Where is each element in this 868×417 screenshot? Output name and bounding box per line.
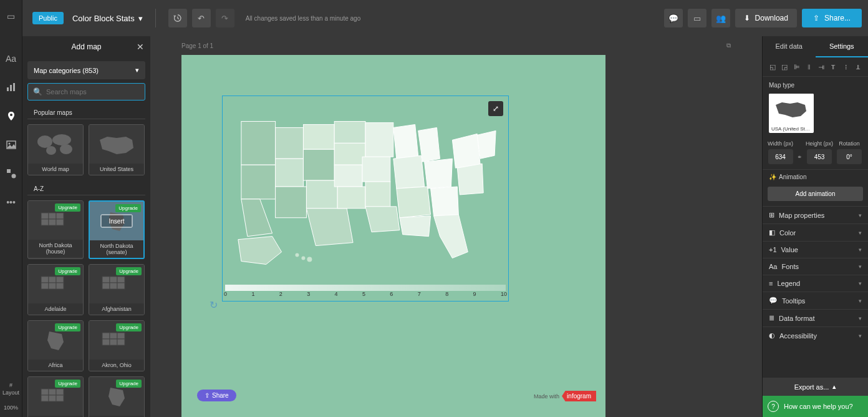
align-bottom-icon[interactable]: ⫫	[853, 61, 863, 72]
align-center-icon[interactable]: ⫴	[804, 61, 814, 72]
panel-tabs: Edit data Settings	[763, 36, 868, 57]
svg-rect-12	[49, 213, 56, 219]
comment-button[interactable]: 💬	[664, 9, 683, 27]
infogram-logo[interactable]: infogram	[562, 391, 596, 401]
svg-rect-55	[365, 182, 390, 207]
alignment-toolbar: ◱ ◲ ⊫ ⫴ ⫣ ⫪ ⫶ ⫫	[763, 57, 868, 77]
svg-rect-38	[41, 395, 49, 401]
bring-forward-icon[interactable]: ◱	[768, 61, 778, 72]
share-icon: ⇪	[813, 14, 819, 22]
page-canvas[interactable]: ⤢	[181, 55, 605, 417]
map-card-adelaide[interactable]: UpgradeAdelaide	[27, 264, 84, 315]
chevron-up-icon: ▴	[832, 383, 836, 391]
help-button[interactable]: ? How can we help you?	[763, 396, 868, 417]
svg-rect-54	[362, 157, 390, 182]
svg-rect-37	[56, 389, 64, 395]
page-share-button[interactable]: ⇪ Share	[197, 390, 236, 401]
align-top-icon[interactable]: ⫪	[829, 61, 839, 72]
tool-rail: ▭ Aa ••• # Layout 100%	[0, 0, 22, 417]
accordion-color[interactable]: ◧Color▾	[763, 223, 868, 241]
svg-rect-36	[49, 389, 56, 395]
rail-more-icon[interactable]: •••	[4, 195, 19, 210]
accordion-data-format[interactable]: ≣Data format▾	[763, 309, 868, 326]
history-button[interactable]	[168, 9, 187, 27]
svg-rect-16	[56, 219, 64, 225]
map-categories-dropdown[interactable]: Map categories (853) ▾	[27, 61, 145, 79]
tab-settings[interactable]: Settings	[816, 36, 869, 57]
made-with-text: Made with	[534, 393, 559, 400]
layout-button[interactable]: # Layout	[2, 382, 19, 396]
collaborators-button[interactable]: 👥	[711, 9, 730, 27]
accordion-accessibility[interactable]: ◐Accessibility▾	[763, 326, 868, 344]
grid-icon: #	[9, 382, 12, 388]
present-button[interactable]: ▭	[688, 9, 706, 27]
svg-rect-27	[110, 283, 117, 289]
refresh-icon[interactable]: ↻	[210, 299, 218, 311]
svg-rect-41	[241, 121, 276, 165]
add-animation-button[interactable]: Add animation	[768, 187, 863, 201]
svg-rect-20	[41, 283, 49, 289]
map-card-united-states[interactable]: United States	[89, 124, 145, 175]
panel-title: Add map	[71, 42, 101, 51]
redo-button[interactable]: ↷	[216, 9, 234, 27]
expand-icon[interactable]: ⤢	[488, 101, 503, 116]
search-maps-field[interactable]: 🔍	[27, 83, 145, 101]
visibility-badge[interactable]: Public	[32, 12, 64, 24]
svg-rect-52	[337, 187, 365, 208]
accordion-fonts[interactable]: AaFonts▾	[763, 258, 868, 275]
svg-rect-18	[49, 277, 56, 283]
rail-inbox-icon[interactable]: ▭	[4, 9, 19, 24]
map-card-africa[interactable]: UpgradeAfrica	[27, 320, 84, 371]
svg-rect-0	[7, 87, 9, 91]
accordion-tooltips[interactable]: 💬Tooltips▾	[763, 292, 868, 309]
rail-chart-icon[interactable]	[4, 80, 19, 95]
tab-edit-data[interactable]: Edit data	[763, 36, 816, 57]
map-card-akron-ohio[interactable]: UpgradeAkron, Ohio	[89, 320, 145, 371]
rail-elements-icon[interactable]	[4, 166, 19, 181]
rail-text-icon[interactable]: Aa	[4, 51, 19, 66]
map-card-item-6[interactable]: Upgrade	[27, 376, 84, 417]
export-button[interactable]: Export as... ▴	[763, 378, 868, 396]
accordion-map-properties[interactable]: ⊞Map properties▾	[763, 206, 868, 223]
link-dimensions-icon[interactable]: ⚭	[797, 154, 802, 164]
map-type-selector[interactable]: USA (United States ...	[769, 94, 814, 133]
svg-rect-23	[102, 277, 110, 283]
map-card-afghanistan[interactable]: UpgradeAfghanistan	[89, 264, 145, 315]
height-input[interactable]	[807, 149, 832, 164]
map-card-north-dakota-senate-[interactable]: UpgradeInsertNorth Dakota (senate)	[89, 200, 145, 259]
accordion-value[interactable]: +1Value▾	[763, 241, 868, 258]
send-backward-icon[interactable]: ◲	[780, 61, 790, 72]
map-card-item-7[interactable]: Upgrade	[89, 376, 145, 417]
rail-map-icon[interactable]	[4, 109, 19, 124]
project-name-dropdown[interactable]: Color Block Stats ▾	[72, 14, 143, 23]
map-element[interactable]: ⤢	[222, 96, 509, 302]
align-right-icon[interactable]: ⫣	[817, 61, 827, 72]
share-pill-icon: ⇪	[205, 392, 210, 399]
close-icon[interactable]: ✕	[137, 42, 144, 52]
map-card-world-map[interactable]: World map	[27, 124, 84, 175]
download-button[interactable]: ⬇ Download	[735, 9, 797, 27]
rotation-label: Rotation	[839, 140, 860, 147]
svg-rect-35	[41, 389, 49, 395]
divider	[155, 9, 156, 27]
svg-rect-39	[49, 395, 56, 401]
search-input[interactable]	[46, 88, 140, 96]
az-maps-grid: UpgradeNorth Dakota (house)UpgradeInsert…	[22, 195, 150, 417]
accordion-legend[interactable]: ≡Legend▾	[763, 275, 868, 292]
dimensions-row: Width (px) ⚭ Height (px) Rotation	[763, 135, 868, 169]
map-card-north-dakota-house-[interactable]: UpgradeNorth Dakota (house)	[27, 200, 84, 259]
rotation-input[interactable]	[837, 149, 862, 164]
width-input[interactable]	[768, 149, 793, 164]
zoom-level[interactable]: 100%	[4, 400, 18, 411]
width-label: Width (px)	[768, 140, 793, 147]
share-button[interactable]: ⇪ Share...	[802, 9, 862, 27]
rail-image-icon[interactable]	[4, 137, 19, 152]
svg-rect-43	[276, 127, 304, 159]
svg-rect-51	[334, 165, 362, 187]
undo-button[interactable]: ↶	[192, 9, 211, 27]
duplicate-page-icon[interactable]: ⧉	[726, 42, 731, 49]
svg-rect-22	[56, 283, 64, 289]
align-middle-icon[interactable]: ⫶	[841, 61, 851, 72]
svg-rect-14	[41, 219, 49, 225]
align-left-icon[interactable]: ⊫	[792, 61, 802, 72]
